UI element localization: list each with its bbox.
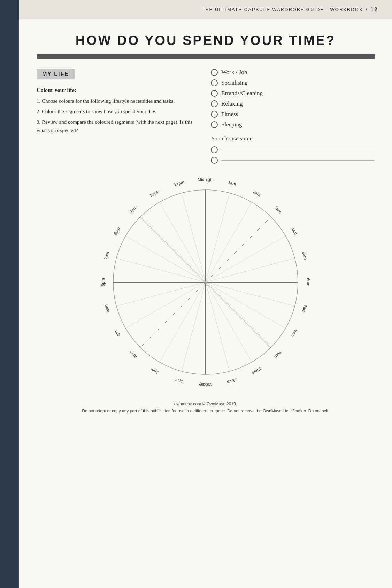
custom-line-2 <box>221 160 375 161</box>
radio-relaxing[interactable] <box>211 100 218 107</box>
svg-text:1am: 1am <box>228 180 237 187</box>
svg-text:1pm: 1pm <box>175 378 184 385</box>
svg-line-3 <box>206 202 252 283</box>
top-header: THE ULTIMATE CAPSULE WARDROBE GUIDE - WO… <box>19 0 392 19</box>
svg-text:8am: 8am <box>290 328 299 338</box>
option-sleeping-label: Sleeping <box>221 121 242 128</box>
instruction-heading: Colour your life: <box>37 87 200 93</box>
svg-line-14 <box>182 282 206 371</box>
options-list: Work / Job Socialising Errands/Cleaning … <box>211 69 375 128</box>
svg-text:6am: 6am <box>306 278 310 286</box>
svg-line-23 <box>160 202 206 283</box>
svg-text:2pm: 2pm <box>149 367 159 375</box>
svg-line-2 <box>206 193 230 282</box>
svg-text:4pm: 4pm <box>113 328 121 338</box>
svg-line-8 <box>206 282 295 306</box>
svg-line-17 <box>126 282 206 328</box>
svg-text:Midnight: Midnight <box>198 177 214 182</box>
svg-text:2am: 2am <box>252 189 261 198</box>
svg-line-6 <box>206 258 295 282</box>
instruction-2: 2. Colour the segments to show how you s… <box>37 107 200 116</box>
svg-line-4 <box>206 217 271 282</box>
instruction-3: 3. Review and compare the coloured segme… <box>37 118 200 134</box>
radio-socialising[interactable] <box>211 79 218 86</box>
two-col-section: MY LIFE Colour your life: 1. Choose colo… <box>37 69 375 167</box>
page-title: HOW DO YOU SPEND YOUR TIME? <box>37 33 375 48</box>
svg-line-12 <box>206 282 230 371</box>
svg-text:4am: 4am <box>290 226 299 235</box>
svg-text:Midday: Midday <box>199 382 213 387</box>
svg-line-10 <box>206 282 271 347</box>
clock-container: Midnight1am2am3am4am5am6am7am8am9am10am1… <box>37 174 375 390</box>
svg-line-20 <box>116 258 206 282</box>
svg-text:11am: 11am <box>226 377 238 385</box>
option-socialising[interactable]: Socialising <box>211 79 375 86</box>
option-work-label: Work / Job <box>221 69 247 76</box>
section-label: MY LIFE <box>42 71 69 77</box>
svg-text:5pm: 5pm <box>103 304 110 313</box>
option-work[interactable]: Work / Job <box>211 69 375 76</box>
you-choose-label: You choose some: <box>211 135 375 142</box>
svg-line-5 <box>206 236 286 283</box>
footer: ownmuse.com © OwnMuse 2019. Do not adapt… <box>37 397 375 417</box>
svg-line-21 <box>126 236 206 283</box>
svg-text:3pm: 3pm <box>129 350 138 359</box>
divider <box>37 54 375 59</box>
radio-fitness[interactable] <box>211 111 218 118</box>
left-column: MY LIFE Colour your life: 1. Choose colo… <box>37 69 200 167</box>
radio-sleeping[interactable] <box>211 121 218 128</box>
option-fitness[interactable]: Fitness <box>211 111 375 118</box>
custom-option-2 <box>211 157 375 164</box>
svg-text:9am: 9am <box>274 350 283 359</box>
option-socialising-label: Socialising <box>221 79 248 86</box>
right-column: Work / Job Socialising Errands/Cleaning … <box>211 69 375 167</box>
option-sleeping[interactable]: Sleeping <box>211 121 375 128</box>
guide-title: THE ULTIMATE CAPSULE WARDROBE GUIDE - WO… <box>202 7 363 12</box>
radio-errands[interactable] <box>211 90 218 97</box>
header-separator: / <box>366 7 368 12</box>
radio-work[interactable] <box>211 69 218 76</box>
svg-text:10am: 10am <box>251 366 262 376</box>
svg-text:7pm: 7pm <box>103 251 110 260</box>
svg-text:11pm: 11pm <box>174 180 185 187</box>
svg-text:10pm: 10pm <box>149 189 160 198</box>
svg-line-24 <box>182 193 206 282</box>
main-content: HOW DO YOU SPEND YOUR TIME? MY LIFE Colo… <box>19 19 392 588</box>
option-fitness-label: Fitness <box>221 111 238 118</box>
footer-copyright: Do not adapt or copy any part of this pu… <box>37 408 375 415</box>
svg-line-15 <box>160 282 206 362</box>
instruction-1: 1. Choose colours for the following life… <box>37 97 200 105</box>
option-relaxing-label: Relaxing <box>221 100 243 107</box>
custom-option-1 <box>211 146 375 153</box>
svg-line-18 <box>116 282 206 306</box>
option-errands[interactable]: Errands/Cleaning <box>211 90 375 97</box>
radio-custom-1[interactable] <box>211 146 218 153</box>
radio-custom-2[interactable] <box>211 157 218 164</box>
custom-line-1 <box>221 150 375 150</box>
page: THE ULTIMATE CAPSULE WARDROBE GUIDE - WO… <box>0 0 392 588</box>
left-sidebar <box>0 0 19 588</box>
svg-line-11 <box>206 282 252 362</box>
footer-website: ownmuse.com © OwnMuse 2019. <box>37 401 375 408</box>
svg-text:5am: 5am <box>301 251 308 260</box>
svg-text:6pm: 6pm <box>101 278 106 286</box>
option-relaxing[interactable]: Relaxing <box>211 100 375 107</box>
my-life-box: MY LIFE <box>37 69 75 79</box>
page-number: 12 <box>370 7 378 13</box>
option-errands-label: Errands/Cleaning <box>221 90 263 97</box>
svg-text:7am: 7am <box>301 304 308 313</box>
svg-text:3am: 3am <box>274 205 283 214</box>
clock-svg: Midnight1am2am3am4am5am6am7am8am9am10am1… <box>98 174 314 390</box>
svg-text:8pm: 8pm <box>113 226 121 235</box>
svg-line-16 <box>140 282 206 347</box>
svg-line-9 <box>206 282 286 328</box>
svg-line-22 <box>140 217 206 282</box>
svg-text:9pm: 9pm <box>129 205 138 214</box>
